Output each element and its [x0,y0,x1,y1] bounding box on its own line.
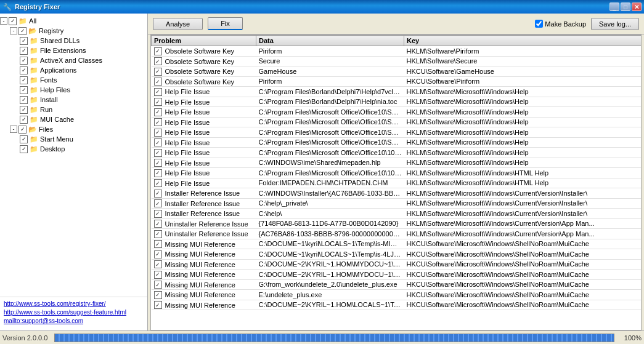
table-row[interactable]: Obsolete Software Key GameHouse HKCU\Sof… [152,66,642,77]
row-checkbox[interactable] [154,68,162,76]
checkbox-start-menu[interactable] [20,135,28,143]
row-checkbox[interactable] [154,230,162,238]
row-checkbox[interactable] [154,210,162,218]
restore-button[interactable]: □ [621,2,630,11]
checkbox-fonts[interactable] [20,76,28,84]
make-backup-checkbox[interactable] [535,20,543,28]
table-row[interactable]: Obsolete Software Key Piriform HKLM\Soft… [152,46,642,57]
table-row[interactable]: Installer Reference Issue C:\help\ HKLM\… [152,209,642,219]
table-row[interactable]: Uninstaller Reference Issue {7148F0A8-68… [152,218,642,229]
table-row[interactable]: Help File Issue C:\Program Files\Borland… [152,87,642,97]
row-checkbox[interactable] [154,159,162,167]
tree-item-shared-dlls[interactable]: 📁 Shared DLLs [0,36,147,46]
checkbox-all[interactable] [9,17,17,25]
checkbox-mui-cache[interactable] [20,116,28,124]
tree-item-activex[interactable]: 📁 ActiveX and Classes [0,55,147,65]
analyse-button[interactable]: Analyse [153,18,203,30]
table-row[interactable]: Installer Reference Issue C:\WINDOWS\Ins… [152,188,642,199]
table-row[interactable]: Help File Issue C:\WINDOWS\ime\Shared\im… [152,158,642,168]
checkbox-shared-dlls[interactable] [20,37,28,45]
minimize-button[interactable]: _ [609,2,619,11]
row-checkbox[interactable] [154,118,162,126]
row-checkbox[interactable] [154,88,162,96]
tree-item-run[interactable]: 📁 Run [0,105,147,114]
table-row[interactable]: Help File Issue C:\Program Files\Microso… [152,168,642,178]
table-row[interactable]: Missing MUI Reference C:\DOCUME~1\kyril\… [152,249,642,260]
tree-item-desktop[interactable]: 📁 Desktop [0,144,147,154]
row-checkbox[interactable] [154,190,162,198]
checkbox-registry[interactable] [18,27,26,35]
row-checkbox[interactable] [154,271,162,279]
table-row[interactable]: Missing MUI Reference E:\undelete_plus.e… [152,290,642,300]
make-backup-label[interactable]: Make Backup [535,20,586,28]
expand-all[interactable]: - [0,17,7,25]
save-log-button[interactable]: Save log... [591,18,639,30]
fix-button[interactable]: Fix [208,17,243,30]
table-row[interactable]: Help File Issue C:\Program Files\Microso… [152,117,642,127]
tree-item-fonts[interactable]: 📁 Fonts [0,75,147,85]
table-row[interactable]: Help File Issue C:\Program Files\Microso… [152,137,642,148]
row-checkbox[interactable] [154,108,162,116]
row-checkbox[interactable] [154,169,162,177]
tree-item-help-files[interactable]: 📁 Help Files [0,85,147,95]
table-container[interactable]: Problem Data Key Obsolete Software Key P… [150,34,642,330]
row-checkbox[interactable] [154,138,162,146]
row-checkbox[interactable] [154,129,162,137]
link-registry-fixer[interactable]: http://www.ss-tools.com/registry-fixer/ [4,300,144,308]
table-row[interactable]: Missing MUI Reference G:\from_work\undel… [152,279,642,290]
column-header-problem[interactable]: Problem [152,36,256,46]
row-checkbox[interactable] [154,220,162,228]
row-checkbox[interactable] [154,301,162,309]
checkbox-activex[interactable] [20,57,28,65]
tree-item-applications[interactable]: 📁 Applications [0,65,147,75]
table-row[interactable]: Obsolete Software Key Piriform HKCU\Soft… [152,76,642,87]
expand-files[interactable]: - [10,126,17,133]
tree-item-mui-cache[interactable]: 📁 MUI Cache [0,114,147,124]
row-checkbox[interactable] [154,250,162,258]
row-checkbox[interactable] [154,260,162,268]
row-checkbox[interactable] [154,179,162,187]
row-checkbox[interactable] [154,240,162,248]
checkbox-file-extensions[interactable] [20,47,28,55]
table-row[interactable]: Help File Issue C:\Program Files\Microso… [152,107,642,118]
table-row[interactable]: Help File Issue Folder:IMEPADEN.CHM\CHTP… [152,178,642,188]
folder-registry-icon: 📂 [28,26,38,35]
row-checkbox[interactable] [154,78,162,86]
checkbox-applications[interactable] [20,66,28,74]
column-header-data[interactable]: Data [256,36,404,46]
cell-key: HKCU\Software\Piriform [404,76,642,87]
table-row[interactable]: Missing MUI Reference C:\DOCUME~2\KYRIL~… [152,259,642,270]
row-checkbox[interactable] [154,98,162,106]
table-row[interactable]: Help File Issue C:\Program Files\Microso… [152,127,642,138]
tree-item-all[interactable]: - 📁 All [0,16,147,26]
row-checkbox[interactable] [154,281,162,289]
table-row[interactable]: Help File Issue C:\Program Files\Borland… [152,97,642,107]
table-row[interactable]: Uninstaller Reference Issue {AC76BA86-10… [152,229,642,239]
table-row[interactable]: Help File Issue C:\Program Files\Microso… [152,148,642,158]
close-button[interactable]: ✕ [632,2,642,11]
table-row[interactable]: Missing MUI Reference C:\DOCUME~2\KYRIL~… [152,300,642,310]
table-row[interactable]: Missing MUI Reference C:\DOCUME~2\KYRIL~… [152,270,642,280]
checkbox-install[interactable] [20,96,28,104]
checkbox-help-files[interactable] [20,86,28,94]
link-suggest-feature[interactable]: http://www.ss-tools.com/suggest-feature.… [4,308,144,317]
tree-item-file-extensions[interactable]: 📁 File Extensions [0,46,147,55]
checkbox-desktop[interactable] [20,145,28,153]
checkbox-files[interactable] [18,126,26,134]
link-support-email[interactable]: mailto:support@ss-tools.com [4,317,144,326]
row-checkbox[interactable] [154,149,162,157]
row-checkbox[interactable] [154,57,162,65]
table-row[interactable]: Missing MUI Reference C:\DOCUME~1\kyril\… [152,239,642,249]
table-row[interactable]: Obsolete Software Key Secure HKLM\Softwa… [152,56,642,66]
table-row[interactable]: Installer Reference Issue C:\help\_priva… [152,198,642,209]
checkbox-run[interactable] [20,106,28,114]
row-checkbox[interactable] [154,47,162,55]
tree-item-files[interactable]: - 📂 Files [0,124,147,134]
row-checkbox[interactable] [154,291,162,299]
tree-item-start-menu[interactable]: 📁 Start Menu [0,134,147,144]
tree-item-registry[interactable]: - 📂 Registry [0,26,147,36]
expand-registry[interactable]: - [10,27,17,34]
row-checkbox[interactable] [154,199,162,207]
tree-item-install[interactable]: 📁 Install [0,95,147,105]
column-header-key[interactable]: Key [404,36,642,46]
